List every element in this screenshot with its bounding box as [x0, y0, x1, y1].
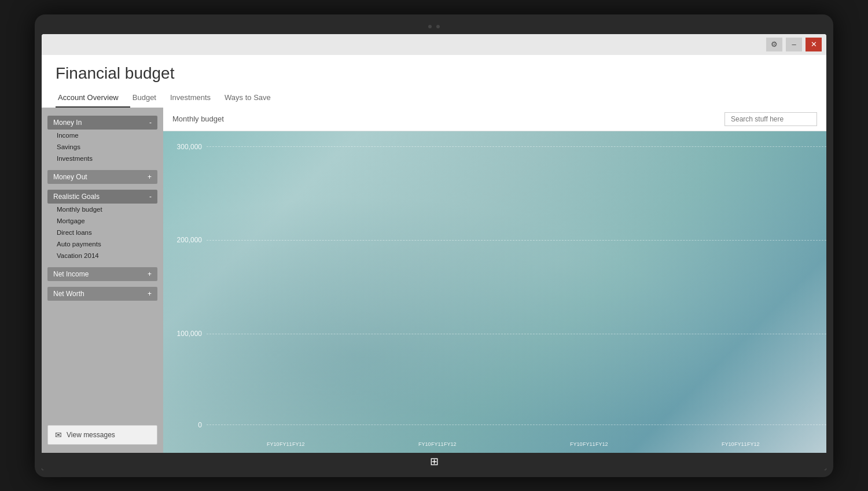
x-axis: FY10 FY11 FY12 FY10 FY11 FY12 FY10 [209, 441, 815, 447]
realistic-goals-header[interactable]: Realistic Goals - [47, 190, 157, 204]
net-worth-label: Net Worth [53, 290, 84, 298]
money-in-label: Money In [53, 119, 82, 127]
sidebar-item-income[interactable]: Income [47, 130, 157, 141]
view-messages-label: View messages [67, 431, 115, 439]
sidebar-item-investments[interactable]: Investments [47, 153, 157, 164]
realistic-goals-label: Realistic Goals [53, 193, 100, 201]
net-worth-header[interactable]: Net Worth + [47, 287, 157, 301]
taskbar: ⊞ [42, 453, 826, 470]
net-income-label: Net Income [53, 270, 89, 278]
app-header: Financial budget Account Overview Budget… [42, 55, 826, 108]
sidebar-item-auto-payments[interactable]: Auto payments [47, 238, 157, 250]
realistic-goals-toggle: - [149, 193, 152, 201]
tablet-frame: ⚙ – ✕ Financial budget Account Overview … [35, 14, 833, 477]
net-income-header[interactable]: Net Income + [47, 267, 157, 281]
chart-header: Monthly budget [163, 108, 826, 131]
realistic-goals-section: Realistic Goals - Monthly budget Mortgag… [47, 190, 157, 261]
x-label-g1-fy12: FY12 [292, 441, 303, 447]
sidebar-item-vacation[interactable]: Vacation 2014 [47, 250, 157, 261]
x-label-g2-fy12: FY12 [444, 441, 454, 447]
microphone-dot [436, 25, 440, 28]
money-in-toggle: - [149, 119, 152, 127]
chart-area: Monthly budget 300,000 [163, 108, 826, 453]
tab-account-overview[interactable]: Account Overview [56, 90, 130, 108]
x-group-3: FY10 FY11 FY12 [518, 441, 657, 447]
money-in-header[interactable]: Money In - [47, 116, 157, 130]
camera-bar [42, 21, 826, 32]
net-worth-toggle: + [148, 290, 152, 298]
title-bar: ⚙ – ✕ [42, 34, 826, 55]
sidebar-item-savings[interactable]: Savings [47, 141, 157, 153]
main-area: Money In - Income Savings Investments Mo… [42, 108, 826, 453]
sidebar: Money In - Income Savings Investments Mo… [42, 108, 163, 453]
x-label-g2-fy10: FY10 [418, 441, 429, 447]
screen: ⚙ – ✕ Financial budget Account Overview … [42, 34, 826, 470]
money-out-toggle: + [148, 173, 152, 181]
camera-dot [428, 25, 432, 28]
money-out-header[interactable]: Money Out + [47, 170, 157, 184]
settings-button[interactable]: ⚙ [766, 38, 782, 51]
x-label-g2-fy11: FY11 [431, 441, 442, 447]
net-income-section: Net Income + [47, 267, 157, 281]
x-label-g4-fy11: FY11 [734, 441, 745, 447]
app-content: Financial budget Account Overview Budget… [42, 55, 826, 453]
net-worth-section: Net Worth + [47, 287, 157, 301]
x-label-g3-fy11: FY11 [583, 441, 593, 447]
sidebar-item-mortgage[interactable]: Mortgage [47, 215, 157, 227]
minimize-button[interactable]: – [786, 38, 802, 51]
x-group-1: FY10 FY11 FY12 [215, 441, 354, 447]
x-label-g3-fy10: FY10 [570, 441, 580, 447]
chart-title: Monthly budget [172, 115, 224, 123]
sidebar-item-direct-loans[interactable]: Direct loans [47, 227, 157, 238]
x-label-g1-fy11: FY11 [279, 441, 290, 447]
tab-ways-to-save[interactable]: Ways to Save [222, 90, 282, 108]
close-button[interactable]: ✕ [806, 38, 822, 51]
x-label-g4-fy12: FY12 [747, 441, 757, 447]
tab-budget[interactable]: Budget [130, 90, 168, 108]
nav-tabs: Account Overview Budget Investments Ways… [56, 90, 812, 108]
view-messages-button[interactable]: ✉ View messages [47, 425, 157, 445]
app-title: Financial budget [56, 64, 812, 83]
money-out-label: Money Out [53, 173, 87, 181]
x-group-2: FY10 FY11 FY12 [367, 441, 506, 447]
x-label-g3-fy12: FY12 [595, 441, 606, 447]
x-group-4: FY10 FY11 FY12 [670, 441, 809, 447]
net-income-toggle: + [148, 270, 152, 278]
sidebar-item-monthly-budget[interactable]: Monthly budget [47, 204, 157, 215]
mail-icon: ✉ [55, 430, 62, 440]
search-input[interactable] [724, 112, 817, 126]
x-label-g1-fy10: FY10 [267, 441, 277, 447]
x-label-g4-fy10: FY10 [722, 441, 732, 447]
tab-investments[interactable]: Investments [168, 90, 222, 108]
money-out-section: Money Out + [47, 170, 157, 184]
chart-container: 300,000 200,000 100,000 [163, 131, 826, 453]
sidebar-spacer [47, 307, 157, 423]
money-in-section: Money In - Income Savings Investments [47, 116, 157, 164]
windows-logo: ⊞ [430, 455, 439, 468]
